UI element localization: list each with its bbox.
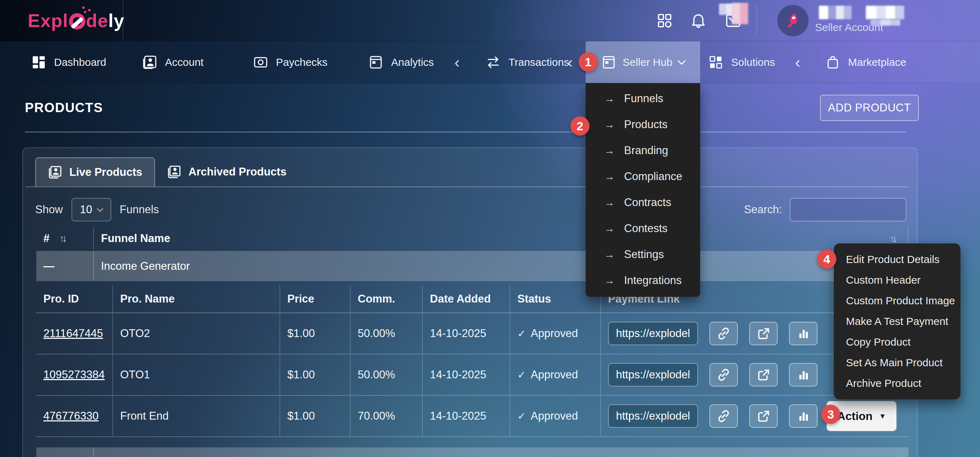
menu-item-label: Branding bbox=[624, 144, 668, 157]
page-size-value: 10 bbox=[80, 203, 92, 216]
products-tab-icon bbox=[48, 165, 62, 179]
open-link-button[interactable] bbox=[749, 322, 778, 345]
next-funnel-row-partial[interactable] bbox=[36, 447, 908, 457]
copy-link-button[interactable] bbox=[710, 322, 738, 345]
product-id-link[interactable]: 2111647445 bbox=[43, 327, 103, 340]
tab-archived-products[interactable]: Archived Products bbox=[155, 157, 299, 187]
col-header-name[interactable]: Pro. Name bbox=[113, 286, 280, 313]
nav-collapse-chevron-2[interactable]: ‹ bbox=[568, 41, 573, 83]
table-row-cell: 1095273384 bbox=[36, 355, 113, 396]
nav-item-seller-hub[interactable]: Seller Hub bbox=[585, 41, 700, 83]
menu-item-copy-product[interactable]: Copy Product bbox=[834, 332, 961, 352]
tab-live-products[interactable]: Live Products bbox=[35, 157, 155, 187]
nav-label: Dashboard bbox=[54, 56, 106, 68]
action-button-label: Action bbox=[837, 410, 873, 423]
page-size-select[interactable]: 10 bbox=[72, 198, 111, 221]
col-header-price[interactable]: Price bbox=[280, 286, 351, 313]
arrow-right-icon: → bbox=[604, 275, 615, 286]
page-size-control: Show 10 Funnels bbox=[35, 198, 159, 221]
main-navbar: Dashboard Account Paychecks Analytics ‹ … bbox=[0, 41, 980, 83]
tabs-bar: Live Products Archived Products bbox=[25, 157, 908, 187]
menu-item-integrations[interactable]: →Integrations bbox=[585, 267, 700, 293]
menu-item-compliance[interactable]: →Compliance bbox=[585, 163, 700, 189]
sort-icon[interactable]: ↑↓ bbox=[59, 234, 67, 243]
sort-icon: ↑↓ bbox=[890, 234, 897, 244]
status-badge: Approved bbox=[531, 410, 578, 422]
topbar: Expldely Seller Account bbox=[0, 0, 980, 41]
unit-label: Funnels bbox=[120, 203, 159, 216]
products-card: Live Products Archived Products Show 10 … bbox=[22, 147, 918, 457]
menu-item-products[interactable]: →Products bbox=[585, 112, 700, 137]
annotation-badge-2: 2 bbox=[570, 117, 590, 136]
payment-link-field[interactable]: https://explodel bbox=[608, 322, 698, 345]
chevron-down-icon bbox=[97, 205, 103, 212]
redacted-badge-block bbox=[719, 3, 733, 15]
col-header-id[interactable]: Pro. ID bbox=[36, 286, 113, 313]
funnel-row-income-generator[interactable]: — Income Generator bbox=[36, 251, 908, 281]
nav-item-analytics[interactable]: Analytics bbox=[368, 41, 434, 83]
nav-collapse-chevron-1[interactable]: ‹ bbox=[455, 41, 460, 83]
collapse-toggle[interactable]: — bbox=[36, 251, 94, 281]
copy-link-button[interactable] bbox=[710, 404, 738, 428]
search-input[interactable] bbox=[790, 198, 907, 221]
open-link-button[interactable] bbox=[749, 363, 778, 387]
sort-control[interactable]: ↑↓ bbox=[890, 232, 908, 245]
table-row-cell: 2111647445 bbox=[36, 313, 113, 355]
arrow-right-icon: → bbox=[604, 171, 615, 182]
status-cell: ✓Approved bbox=[510, 313, 601, 355]
nav-collapse-chevron-3[interactable]: ‹ bbox=[795, 41, 800, 83]
product-id-link[interactable]: 476776330 bbox=[43, 410, 99, 422]
menu-item-set-as-main-product[interactable]: Set As Main Product bbox=[834, 352, 961, 373]
nav-label: Solutions bbox=[731, 56, 775, 68]
table-row-cell: 70.00% bbox=[351, 396, 423, 437]
arrow-right-icon: → bbox=[604, 222, 615, 235]
avatar[interactable] bbox=[777, 5, 808, 36]
nav-item-transactions[interactable]: Transactions bbox=[486, 41, 569, 83]
seller-account-label: Seller Account bbox=[815, 21, 883, 34]
table-row-cell: $1.00 bbox=[280, 313, 351, 355]
add-product-button[interactable]: ADD PRODUCT bbox=[820, 95, 919, 121]
stats-button[interactable] bbox=[789, 363, 818, 387]
analytics-icon bbox=[368, 55, 383, 70]
col-header-date[interactable]: Date Added bbox=[423, 286, 510, 313]
menu-item-custom-product-image[interactable]: Custom Product Image bbox=[834, 291, 961, 311]
bell-icon[interactable] bbox=[690, 12, 707, 29]
menu-item-archive-product[interactable]: Archive Product bbox=[834, 373, 961, 394]
nav-item-dashboard[interactable]: Dashboard bbox=[31, 41, 106, 83]
menu-item-settings[interactable]: →Settings bbox=[585, 241, 700, 267]
account-divider bbox=[756, 5, 757, 36]
menu-item-make-a-test-payment[interactable]: Make A Test Payment bbox=[834, 311, 961, 332]
open-link-button[interactable] bbox=[749, 404, 778, 428]
funnel-name: Income Generator bbox=[94, 260, 190, 273]
search-label: Search: bbox=[744, 203, 782, 216]
nav-item-marketplace[interactable]: Marketplace bbox=[825, 41, 906, 83]
nav-label: Paychecks bbox=[276, 56, 328, 68]
mail-count-redacted bbox=[732, 3, 748, 24]
payment-link-field[interactable]: https://explodel bbox=[608, 404, 698, 428]
chevron-down-icon bbox=[678, 57, 686, 65]
copy-link-button[interactable] bbox=[710, 363, 738, 387]
external-link-icon bbox=[756, 368, 770, 382]
external-link-icon bbox=[756, 326, 770, 340]
menu-item-custom-header[interactable]: Custom Header bbox=[834, 270, 961, 291]
col-header-comm[interactable]: Comm. bbox=[351, 286, 423, 313]
menu-item-contracts[interactable]: →Contracts bbox=[585, 189, 700, 215]
seller-hub-icon bbox=[601, 55, 616, 70]
arrow-right-icon: → bbox=[604, 248, 615, 260]
nav-item-account[interactable]: Account bbox=[142, 41, 204, 83]
menu-item-branding[interactable]: →Branding bbox=[585, 137, 700, 163]
explodely-logo[interactable]: Expldely bbox=[28, 10, 124, 31]
menu-item-funnels[interactable]: →Funnels bbox=[585, 85, 700, 112]
nav-item-solutions[interactable]: Solutions bbox=[708, 41, 775, 83]
table-row-cell: 14-10-2025 bbox=[423, 396, 510, 437]
menu-item-contests[interactable]: →Contests bbox=[585, 215, 700, 241]
menu-item-edit-product-details[interactable]: Edit Product Details bbox=[834, 249, 961, 270]
stats-button[interactable] bbox=[789, 404, 818, 428]
stats-button[interactable] bbox=[789, 322, 818, 345]
table-row-cell: 14-10-2025 bbox=[423, 355, 510, 396]
payment-link-field[interactable]: https://explodel bbox=[608, 363, 698, 387]
product-id-link[interactable]: 1095273384 bbox=[43, 368, 105, 381]
collapse-toggle[interactable] bbox=[36, 447, 94, 457]
nav-item-paychecks[interactable]: Paychecks bbox=[253, 41, 328, 83]
apps-grid-icon[interactable] bbox=[656, 12, 673, 29]
